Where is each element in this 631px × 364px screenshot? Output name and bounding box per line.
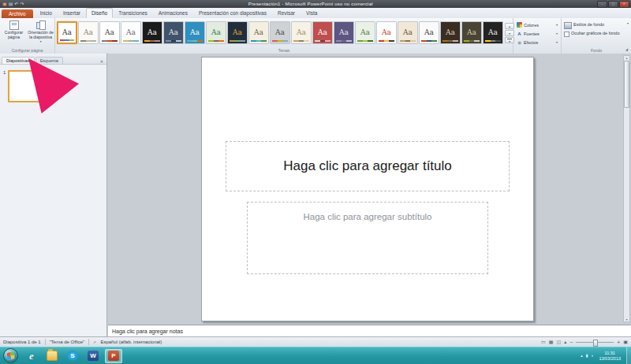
slide-sorter-button[interactable]: ▦ (549, 340, 554, 344)
tab-transiciones[interactable]: Transiciones (113, 8, 153, 18)
powerpoint-window: ▣ ▤ ↶ ↷ Presentación1 - Microsoft PowerP… (0, 0, 631, 364)
group-caption-configurar-pagina: Configurar página (0, 47, 54, 54)
language-indicator[interactable]: Español (alfab. internacional) (100, 340, 162, 344)
fit-to-window-icon[interactable]: ▣ (623, 340, 628, 344)
network-icon[interactable]: ▮ (586, 354, 588, 358)
configurar-pagina-button[interactable]: Configurar página ▾ (1, 20, 27, 43)
maximize-button[interactable]: ▢ (608, 1, 618, 8)
tab-diapositivas[interactable]: Diapositivas (2, 57, 35, 64)
theme-thumbnail[interactable]: Aa (206, 21, 226, 44)
minimize-button[interactable]: – (597, 1, 607, 8)
windows-logo-icon (6, 351, 14, 359)
proofing-icon[interactable]: ✓ (93, 340, 96, 344)
page-setup-icon (9, 20, 19, 30)
chevron-down-icon: ▾ (627, 22, 629, 26)
estilos-de-fondo-button[interactable]: Estilos de fondo ▾ (564, 21, 629, 30)
theme-thumbnail[interactable]: Aa (270, 21, 290, 44)
hidden-icons-icon[interactable]: ▴ (581, 354, 583, 358)
orientacion-diapositiva-button[interactable]: Orientación de la diapositiva ▾ (28, 20, 54, 43)
ribbon: Configurar página ▾ Orientación de la di… (0, 18, 631, 54)
show-desktop-button[interactable] (626, 347, 631, 364)
theme-thumbnail[interactable]: Aa (461, 21, 482, 44)
theme-thumbnail[interactable]: Aa (334, 21, 354, 44)
slide-indicator: Diapositiva 1 de 1 (3, 340, 41, 344)
slide-thumbnail[interactable] (8, 70, 49, 102)
normal-view-button[interactable]: ▭ (541, 340, 546, 344)
slides-panel: Diapositivas Esquema ✕ 1 (0, 54, 107, 336)
tab-vista[interactable]: Vista (301, 8, 323, 18)
theme-thumbnail[interactable]: Aa (99, 21, 120, 44)
slide-canvas[interactable]: Haga clic para agregar título Haga clic … (201, 57, 534, 321)
window-title: Presentación1 - Microsoft PowerPoint uso… (24, 2, 597, 6)
skype-icon: S (67, 351, 78, 361)
taskbar-icons: e S W P (23, 349, 122, 363)
tab-esquema[interactable]: Esquema (35, 57, 63, 64)
chevron-down-icon: ▾ (39, 40, 41, 44)
orientation-icon (36, 20, 46, 30)
start-button[interactable] (3, 348, 18, 363)
reading-view-button[interactable]: ◫ (556, 340, 561, 344)
checkbox-icon (564, 32, 569, 37)
tab-archivo[interactable]: Archivo (2, 9, 33, 18)
title-placeholder[interactable]: Haga clic para agregar título (226, 141, 510, 191)
undo-icon[interactable]: ↶ (14, 2, 18, 6)
scrollbar-thumb[interactable] (624, 61, 629, 108)
theme-thumbnail[interactable]: Aa (142, 21, 162, 44)
tab-revisar[interactable]: Revisar (272, 8, 301, 18)
tab-insertar[interactable]: Insertar (58, 8, 86, 18)
theme-thumbnail[interactable]: Aa (185, 21, 205, 44)
subtitle-placeholder[interactable]: Haga clic para agregar subtítulo (247, 202, 488, 274)
ribbon-tab-strip: Archivo Inicio Insertar Diseño Transicio… (0, 8, 631, 19)
slides-panel-tabs: Diapositivas Esquema ✕ (0, 54, 106, 65)
theme-thumbnail[interactable]: Aa (163, 21, 184, 44)
fuentes-button[interactable]: A Fuentes ▾ (515, 30, 559, 37)
powerpoint-icon: P (108, 351, 119, 361)
zoom-slider[interactable] (576, 342, 614, 343)
save-icon[interactable]: ▤ (9, 2, 13, 6)
tab-diseno[interactable]: Diseño (86, 8, 113, 18)
vertical-scrollbar[interactable]: ▴ ▾ (623, 55, 630, 322)
theme-thumbnail[interactable]: Aa (78, 21, 99, 44)
folder-icon (47, 351, 58, 361)
theme-thumbnail[interactable]: Aa (419, 21, 439, 44)
volume-icon[interactable]: ◗ (591, 354, 593, 358)
group-configurar-pagina: Configurar página ▾ Orientación de la di… (0, 18, 55, 54)
zoom-slider-thumb[interactable] (593, 340, 598, 347)
theme-thumbnail[interactable]: Aa (248, 21, 269, 44)
scroll-up-icon[interactable]: ▴ (625, 56, 627, 60)
zoom-out-icon[interactable]: − (569, 340, 573, 345)
slide-editor: Haga clic para agregar título Haga clic … (108, 54, 631, 325)
app-icon[interactable]: ▣ (2, 2, 7, 6)
taskbar-clock[interactable]: 11:31 13/03/2013 (596, 351, 623, 361)
theme-thumbnail[interactable]: Aa (398, 21, 418, 44)
close-button[interactable]: ✕ (619, 1, 629, 8)
theme-thumbnail[interactable]: Aa (121, 21, 141, 44)
panel-close-icon[interactable]: ✕ (99, 59, 105, 64)
theme-thumbnail[interactable]: Aa (355, 21, 375, 44)
theme-thumbnail[interactable]: Aa (227, 21, 248, 44)
zoom-in-icon[interactable]: + (617, 340, 620, 345)
divider (45, 339, 46, 345)
tab-animaciones[interactable]: Animaciones (153, 8, 193, 18)
theme-thumbnail[interactable]: Aa (376, 21, 397, 44)
colores-button[interactable]: Colores ▾ (515, 21, 559, 28)
clock-time: 11:31 (599, 351, 621, 356)
theme-thumbnail[interactable]: Aa (57, 21, 77, 44)
scroll-down-icon[interactable]: ▾ (625, 318, 627, 321)
ocultar-graficos-checkbox[interactable]: Ocultar gráficos de fondo (564, 30, 629, 38)
page-setup-buttons: Configurar página ▾ Orientación de la di… (0, 18, 54, 47)
tab-presentacion-con-diapositivas[interactable]: Presentación con diapositivas (193, 8, 272, 18)
notes-pane[interactable]: Haga clic para agregar notas (108, 325, 631, 336)
title-bar: ▣ ▤ ↶ ↷ Presentación1 - Microsoft PowerP… (0, 0, 631, 8)
theme-thumbnail[interactable]: Aa (312, 21, 333, 44)
theme-thumbnail[interactable]: Aa (440, 21, 461, 44)
theme-thumbnail[interactable]: Aa (483, 21, 503, 44)
dialog-launcher-icon[interactable]: ◢ (625, 46, 628, 53)
status-bar: Diapositiva 1 de 1 "Tema de Office" ✓ Es… (0, 336, 631, 347)
tab-inicio[interactable]: Inicio (35, 8, 58, 18)
theme-thumbnail[interactable]: Aa (291, 21, 312, 44)
slideshow-view-button[interactable]: ▴ (564, 340, 566, 344)
efectos-button[interactable]: ◉ Efectos ▾ (515, 39, 559, 46)
group-fondo: Estilos de fondo ▾ Ocultar gráficos de f… (562, 18, 631, 54)
window-buttons: – ▢ ✕ (597, 1, 631, 8)
